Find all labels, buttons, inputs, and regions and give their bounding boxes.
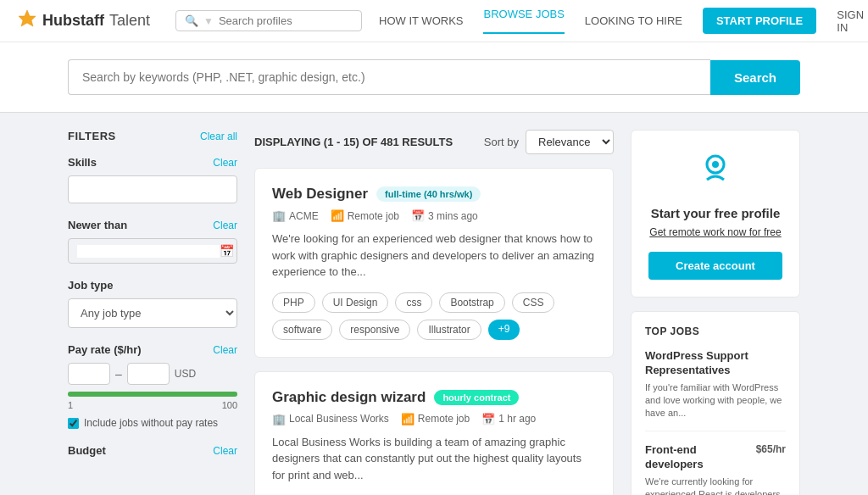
top-job-name-1[interactable]: Front-end developers (645, 443, 756, 472)
search-dropdown-arrow[interactable]: ▼ (203, 15, 214, 27)
tag-css[interactable]: css (395, 292, 432, 313)
pay-dash: – (115, 367, 122, 381)
job-tags-0: PHP UI Design css Bootstrap CSS software… (272, 292, 596, 340)
job-title-0: Web Designer (272, 186, 368, 203)
job-desc-0: We're looking for an experienced web des… (272, 231, 596, 281)
remote-icon-1: 📶 (401, 413, 415, 425)
skills-filter: Skills Clear (68, 156, 237, 203)
promo-card: Start your free profile Get remote work … (631, 130, 800, 298)
company-icon-0: 🏢 (272, 209, 286, 222)
main-nav: HOW IT WORKS BROWSE JOBS LOOKING TO HIRE… (379, 8, 864, 34)
top-job-0: WordPress Support Representatives If you… (645, 349, 786, 431)
start-profile-button[interactable]: START PROFILE (703, 8, 816, 34)
date-input[interactable] (77, 245, 220, 258)
calendar-icon: 📅 (220, 244, 234, 258)
tag-uidesign[interactable]: UI Design (322, 292, 389, 313)
filters-sidebar: FILTERS Clear all Skills Clear Newer tha… (68, 130, 237, 495)
header-search[interactable]: 🔍 ▼ (175, 10, 362, 31)
promo-title: Start your free profile (648, 206, 782, 220)
top-job-rate-1: $65/hr (756, 443, 786, 455)
svg-marker-0 (19, 10, 36, 26)
hero-search: Search (0, 42, 868, 113)
results-section: DISPLAYING (1 - 15) OF 481 RESULTS Sort … (254, 130, 614, 495)
pay-min-input[interactable]: 1 (68, 363, 110, 385)
job-card-1: Graphic design wizard hourly contract 🏢 … (254, 371, 614, 496)
nav-browse-jobs[interactable]: BROWSE JOBS (483, 8, 564, 34)
tag-bootstrap[interactable]: Bootstrap (439, 292, 504, 313)
results-count: DISPLAYING (1 - 15) OF 481 RESULTS (254, 136, 453, 148)
include-no-pay-checkbox[interactable] (68, 418, 79, 429)
job-card-0: Web Designer full-time (40 hrs/wk) 🏢 ACM… (254, 168, 614, 358)
promo-icon (648, 147, 782, 197)
job-badge-1: hourly contract (434, 390, 519, 405)
right-panel: Start your free profile Get remote work … (631, 130, 800, 495)
job-type-filter: Job type Any job type (68, 279, 237, 328)
clear-all-link[interactable]: Clear all (200, 131, 237, 142)
job-time-0: 3 mins ago (428, 210, 478, 222)
main-content: FILTERS Clear all Skills Clear Newer tha… (0, 113, 868, 495)
logo-talent: Talent (109, 12, 150, 30)
skills-label: Skills (68, 156, 97, 169)
search-icon: 🔍 (185, 14, 198, 27)
tag-illustrator[interactable]: Illustrator (417, 320, 481, 340)
budget-label: Budget (68, 444, 106, 457)
time-icon-0: 📅 (411, 209, 425, 222)
logo-text: Hubstaff (42, 12, 104, 30)
budget-clear[interactable]: Clear (213, 445, 237, 457)
promo-subtitle: Get remote work now for free (648, 225, 782, 240)
create-account-button[interactable]: Create account (648, 252, 782, 280)
job-location-1: Remote job (418, 413, 470, 425)
results-header: DISPLAYING (1 - 15) OF 481 RESULTS Sort … (254, 130, 614, 154)
top-jobs-panel: TOP JOBS WordPress Support Representativ… (631, 311, 800, 495)
signin-link[interactable]: SIGN IN (837, 8, 864, 34)
nav-looking-to-hire[interactable]: LOOKING TO HIRE (585, 14, 682, 27)
newer-than-clear[interactable]: Clear (213, 220, 237, 231)
slider-min-label: 1 (68, 400, 73, 410)
budget-filter: Budget Clear (68, 444, 237, 457)
skills-clear[interactable]: Clear (213, 157, 237, 169)
pay-rate-filter: Pay rate ($/hr) Clear 1 – 100+ USD 1 100… (68, 343, 237, 429)
skills-input[interactable] (68, 175, 237, 203)
sort-row: Sort by Relevance Newest Pay Rate (484, 130, 614, 154)
pay-slider[interactable] (68, 392, 237, 397)
job-time-1: 1 hr ago (498, 413, 536, 425)
job-type-select[interactable]: Any job type (68, 298, 237, 328)
pay-rate-clear[interactable]: Clear (213, 344, 237, 356)
tag-css2[interactable]: CSS (512, 292, 555, 313)
job-desc-1: Local Business Works is building a team … (272, 434, 596, 484)
company-icon-1: 🏢 (272, 413, 286, 425)
job-type-label: Job type (68, 279, 113, 292)
sort-select[interactable]: Relevance Newest Pay Rate (526, 130, 614, 154)
top-job-name-0[interactable]: WordPress Support Representatives (645, 349, 786, 378)
tag-more-0[interactable]: +9 (488, 320, 520, 340)
newer-than-label: Newer than (68, 219, 127, 231)
tag-software[interactable]: software (272, 320, 332, 340)
hubstaff-logo-icon (17, 8, 37, 34)
job-badge-0: full-time (40 hrs/wk) (376, 186, 481, 202)
pay-rate-label: Pay rate ($/hr) (68, 343, 142, 356)
newer-than-filter: Newer than Clear 📅 (68, 219, 237, 264)
top-job-desc-1: We're currently looking for experienced … (645, 476, 786, 495)
job-location-0: Remote job (348, 210, 399, 222)
include-no-pay-label: Include jobs without pay rates (84, 417, 218, 429)
pay-currency: USD (175, 368, 196, 380)
hero-search-input[interactable] (68, 59, 710, 95)
tag-responsive[interactable]: responsive (339, 320, 410, 340)
filters-title: FILTERS (68, 130, 116, 142)
slider-max-label: 100 (222, 400, 237, 410)
pay-max-input[interactable]: 100+ (127, 363, 170, 385)
top-job-desc-0: If you're familiar with WordPress and lo… (645, 381, 786, 420)
job-title-1: Graphic design wizard (272, 389, 426, 406)
sort-label: Sort by (484, 136, 519, 148)
top-job-1: Front-end developers $65/hr We're curren… (645, 443, 786, 495)
top-jobs-title: TOP JOBS (645, 325, 786, 337)
remote-icon-0: 📶 (331, 209, 344, 222)
logo[interactable]: HubstaffTalent (17, 8, 150, 34)
hero-search-button[interactable]: Search (710, 60, 800, 95)
header: HubstaffTalent 🔍 ▼ HOW IT WORKS BROWSE J… (0, 0, 868, 42)
time-icon-1: 📅 (481, 413, 495, 425)
nav-how-it-works[interactable]: HOW IT WORKS (379, 14, 463, 27)
search-input[interactable] (219, 14, 354, 27)
tag-php[interactable]: PHP (272, 292, 315, 313)
job-company-1: Local Business Works (289, 413, 389, 425)
